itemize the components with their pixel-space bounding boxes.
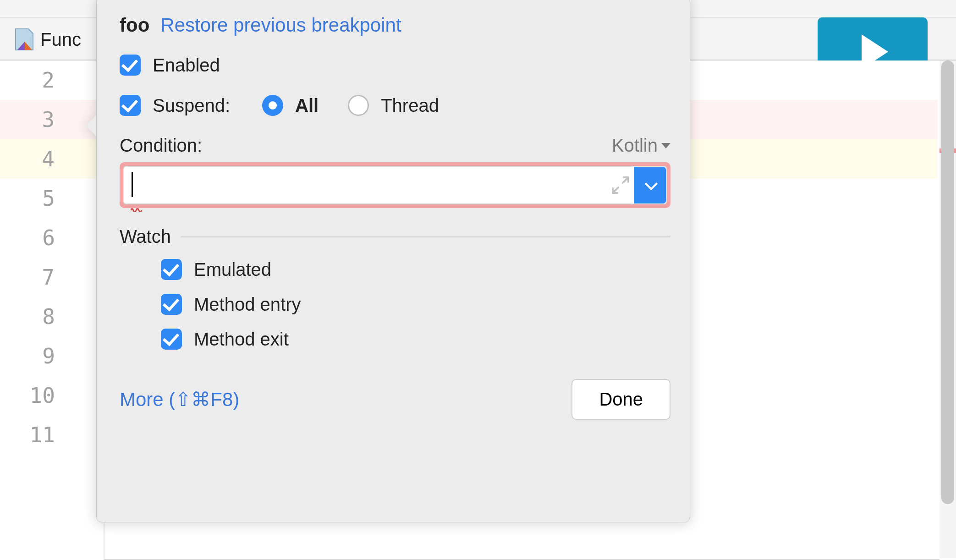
- scrollbar-thumb[interactable]: [941, 60, 954, 504]
- language-dropdown-label: Kotlin: [612, 135, 658, 156]
- done-button[interactable]: Done: [571, 379, 670, 420]
- suspend-label: Suspend:: [153, 95, 230, 116]
- section-divider: [181, 236, 670, 237]
- text-caret: [132, 172, 133, 197]
- suspend-checkbox[interactable]: [120, 95, 141, 116]
- condition-field[interactable]: [123, 166, 667, 204]
- chevron-down-icon: [645, 177, 658, 190]
- suspend-thread-label: Thread: [381, 95, 439, 116]
- error-squiggle-icon: [131, 195, 143, 200]
- watch-method-exit-label: Method exit: [194, 329, 289, 350]
- line-number: 3: [0, 107, 55, 132]
- condition-history-dropdown[interactable]: [634, 167, 666, 203]
- line-number: 11: [0, 423, 55, 447]
- line-number: 2: [0, 68, 55, 93]
- suspend-all-label: All: [295, 95, 319, 116]
- caret-down-icon: [661, 143, 670, 148]
- suspend-all-radio[interactable]: [262, 95, 283, 116]
- watch-section-label: Watch: [120, 226, 171, 247]
- more-options-link[interactable]: More (⇧⌘F8): [120, 388, 239, 411]
- watch-emulated-label: Emulated: [194, 259, 271, 280]
- breakpoint-name: foo: [120, 14, 149, 36]
- watch-method-entry-label: Method entry: [194, 294, 301, 315]
- language-dropdown[interactable]: Kotlin: [612, 135, 670, 156]
- line-number: 5: [0, 186, 55, 211]
- expand-icon[interactable]: [610, 175, 631, 196]
- file-tab-label: Func: [40, 29, 81, 50]
- watch-method-entry-checkbox[interactable]: [161, 294, 182, 315]
- line-number: 10: [0, 383, 55, 408]
- enabled-checkbox[interactable]: [120, 55, 141, 76]
- breakpoint-popup: foo Restore previous breakpoint Enabled …: [96, 0, 694, 522]
- restore-previous-breakpoint-link[interactable]: Restore previous breakpoint: [160, 14, 401, 36]
- line-number: 8: [0, 304, 55, 329]
- watch-emulated-checkbox[interactable]: [161, 259, 182, 280]
- line-number: 9: [0, 344, 55, 368]
- line-number: 4: [0, 147, 55, 171]
- kotlin-file-icon: [15, 28, 34, 51]
- watch-method-exit-checkbox[interactable]: [161, 329, 182, 350]
- condition-input[interactable]: [124, 167, 362, 203]
- suspend-thread-radio[interactable]: [348, 95, 369, 116]
- line-number: 6: [0, 225, 55, 250]
- condition-field-highlight: [120, 162, 670, 208]
- condition-label: Condition:: [120, 135, 202, 156]
- line-number: 7: [0, 265, 55, 290]
- enabled-label: Enabled: [153, 55, 220, 76]
- file-tab[interactable]: Func: [0, 18, 81, 60]
